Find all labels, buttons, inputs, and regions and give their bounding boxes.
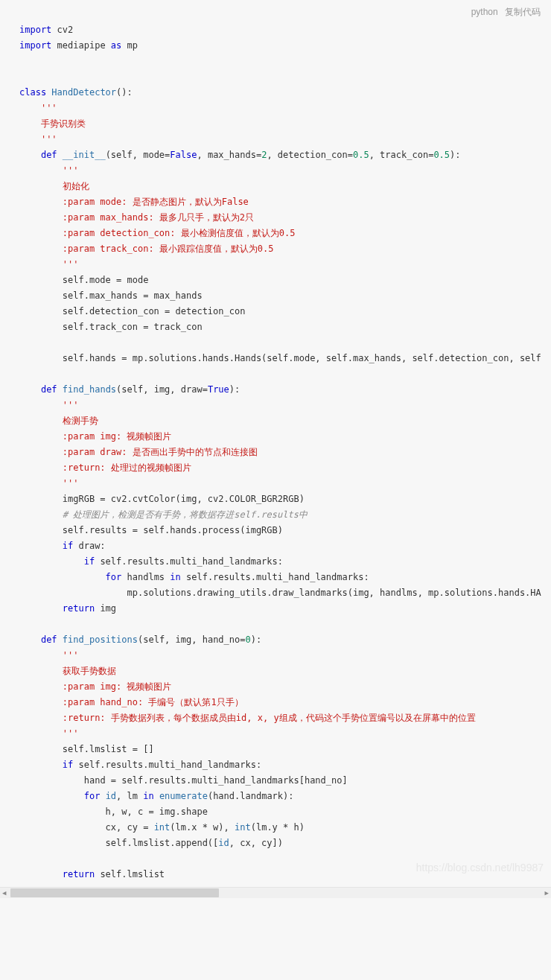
code-block: python 复制代码 import cv2 import mediapipe … xyxy=(0,0,551,887)
code-content: import cv2 import mediapipe as mp class … xyxy=(0,4,551,882)
scroll-right-icon[interactable]: ▶ xyxy=(545,889,549,897)
copy-code-button[interactable]: 复制代码 xyxy=(505,7,541,17)
horizontal-scrollbar[interactable]: ◀ ▶ xyxy=(0,887,551,898)
scrollbar-thumb[interactable] xyxy=(10,888,219,897)
scroll-left-icon[interactable]: ◀ xyxy=(2,889,6,897)
language-label: python xyxy=(471,7,498,17)
code-header: python 复制代码 xyxy=(467,6,541,19)
